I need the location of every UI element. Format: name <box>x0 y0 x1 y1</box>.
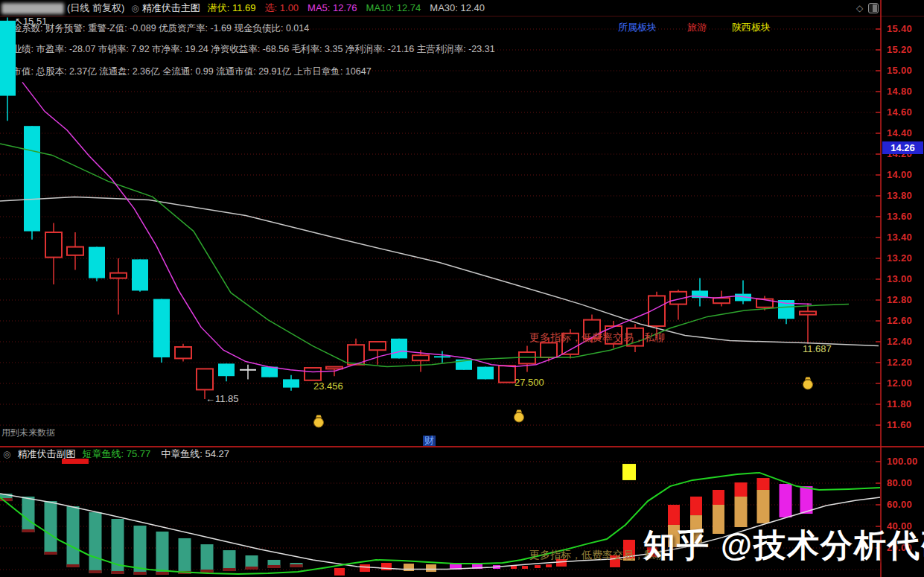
money-bag-icon <box>803 377 813 390</box>
histogram-bar <box>511 566 517 569</box>
histogram-bar <box>735 482 748 497</box>
current-price-tag: 14.26 <box>882 141 923 154</box>
histogram-bar <box>546 564 552 567</box>
trading-app-window: (日线 前复权) ◎ 精准伏击主图 潜伏: 11.69选: 1.00MA5: 1… <box>0 0 924 577</box>
axis-price-label: 14.00 <box>887 169 923 180</box>
sub-indicator-header: ◎ 精准伏击副图 短章鱼线: 75.77中章鱼线: 54.27 <box>0 447 240 461</box>
axis-price-label: 60.00 <box>887 499 923 510</box>
histogram-bar <box>800 486 813 514</box>
histogram-bar <box>535 565 541 568</box>
axis-price-label: 13.60 <box>887 211 923 222</box>
ma10-value: MA10: 12.74 <box>366 2 421 13</box>
histogram-bar <box>757 478 770 490</box>
panel-layout-icon[interactable] <box>868 3 879 13</box>
future-data-warning: 用到未来数据 <box>1 428 55 438</box>
low-price-label: ←11.85 <box>205 394 239 404</box>
axis-price-label: 13.20 <box>887 252 923 264</box>
sub-indicator-values: 短章鱼线: 75.77中章鱼线: 54.27 <box>82 447 240 461</box>
collapse-sub-icon[interactable]: ◎ <box>3 449 10 459</box>
ma30-value: MA30: 12.40 <box>430 2 485 13</box>
axis-price-label: 11.80 <box>887 398 923 409</box>
histogram-bar <box>360 564 370 572</box>
axis-price-label: 15.00 <box>887 65 923 76</box>
axis-price-label: 12.40 <box>887 336 923 347</box>
histogram-bar <box>156 532 169 575</box>
watermark: 知乎 @技术分析代码 <box>643 524 924 567</box>
window-corner-icons: ◇ <box>856 3 879 13</box>
finance-marker: 财 <box>423 436 436 446</box>
histogram-bar <box>522 566 528 569</box>
histogram-bar <box>735 497 748 527</box>
axis-price-label: 15.40 <box>887 23 923 34</box>
money-bag-icon <box>314 415 324 428</box>
axis-price-label: 15.20 <box>887 44 923 55</box>
ma5-value: MA5: 12.76 <box>308 2 357 13</box>
axis-price-label: 11.60 <box>887 419 923 430</box>
histogram-bar <box>223 550 236 571</box>
stock-chart-canvas[interactable] <box>0 0 924 577</box>
histogram-bar <box>334 568 345 576</box>
industry-link[interactable]: 旅游 <box>687 21 707 34</box>
plate-link[interactable]: 所属板块 <box>618 21 657 34</box>
ma-line-MA5 <box>22 82 812 372</box>
period-label: (日线 前复权) <box>67 1 124 15</box>
histogram-bar <box>179 538 191 574</box>
axis-price-label: 12.60 <box>887 315 923 326</box>
histogram-bar <box>404 564 414 571</box>
red-marker-bar <box>62 459 89 464</box>
collapse-main-icon[interactable]: ◎ <box>131 3 138 13</box>
axis-price-label: 13.00 <box>887 273 923 284</box>
axis-price-label: 80.00 <box>887 477 923 488</box>
histogram-bar <box>713 490 724 505</box>
axis-price-label: 12.80 <box>887 294 923 305</box>
axis-price-label: 13.80 <box>887 190 923 201</box>
region-link[interactable]: 陕西板块 <box>732 21 771 34</box>
axis-price-label: 13.40 <box>887 232 923 243</box>
title-bar: (日线 前复权) ◎ 精准伏击主图 潜伏: 11.69选: 1.00MA5: 1… <box>0 0 924 16</box>
axis-price-label: 14.60 <box>887 106 923 118</box>
histogram-bar <box>67 506 80 567</box>
panel-layout-icon-fill <box>873 4 878 12</box>
main-indicator-name[interactable]: 精准伏击主图 <box>142 1 200 15</box>
histogram-bar <box>426 564 436 572</box>
diamond-icon[interactable]: ◇ <box>856 4 863 13</box>
histogram-bar <box>22 497 35 532</box>
histogram-bar <box>668 505 680 525</box>
indicator-value-label: 23.456 <box>313 381 343 392</box>
cursor-price-label: ↖15.51 <box>15 16 47 27</box>
stock-name-censored <box>1 3 64 14</box>
histogram-bar <box>45 501 57 555</box>
axis-price-label: 14.80 <box>887 86 923 97</box>
histogram-bar <box>690 497 702 515</box>
mid-octopus-value: 中章鱼线: 54.27 <box>161 448 229 459</box>
histogram-bar <box>622 464 636 480</box>
short-octopus-value: 短章鱼线: 75.77 <box>82 448 150 459</box>
qianfu-value: 潜伏: 11.69 <box>208 2 256 13</box>
histogram-bar <box>89 512 102 573</box>
ad-text: 更多指标，低费率交易，私聊 <box>529 332 665 343</box>
histogram-bar <box>381 563 392 570</box>
histogram-bar <box>757 490 770 523</box>
axis-price-label: 14.40 <box>887 127 923 138</box>
axis-price-label: 12.20 <box>887 357 923 368</box>
histogram-bar <box>201 544 214 573</box>
histogram-bar <box>780 484 792 517</box>
indicator-value-label: 11.687 <box>803 344 832 354</box>
ma-line-MA10 <box>0 144 849 367</box>
axis-price-label: 12.00 <box>887 377 923 389</box>
indicator-value-label: 27.500 <box>514 377 544 388</box>
money-bag-icon <box>514 410 524 423</box>
xuan-value: 选: 1.00 <box>265 2 299 13</box>
axis-price-label: 100.00 <box>887 456 923 467</box>
indicator-values: 潜伏: 11.69选: 1.00MA5: 12.76MA10: 12.74MA3… <box>208 1 494 15</box>
